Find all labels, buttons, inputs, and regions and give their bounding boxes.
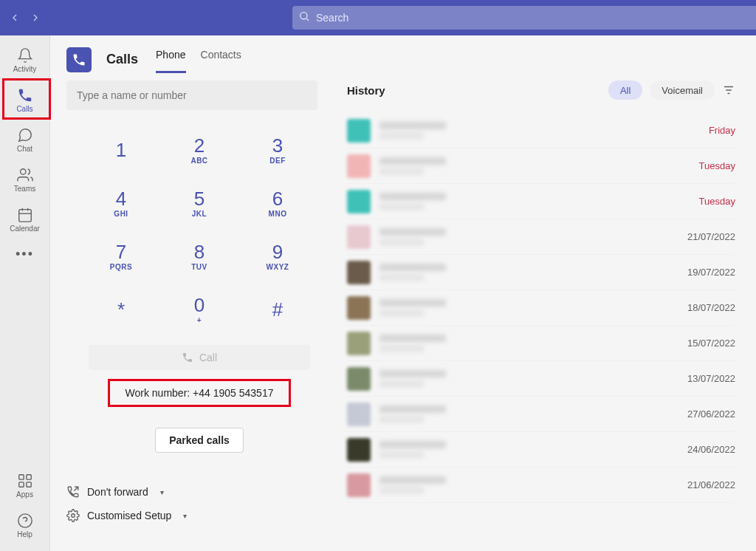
rail-teams[interactable]: Teams [0,160,50,199]
work-number: Work number: +44 1905 543517 [108,379,291,407]
history-item[interactable]: 15/07/2022 [347,326,735,361]
dialpad-digit: 8 [194,242,205,261]
dialpad-key-8[interactable]: 8TUV [160,230,238,283]
avatar [347,332,371,355]
svg-rect-7 [18,474,23,479]
dialpad-letters: ABC [190,157,207,165]
avatar [347,438,371,462]
history-item[interactable]: 21/06/2022 [347,468,735,503]
tab-phone[interactable]: Phone [156,46,185,73]
call-date: 15/07/2022 [687,338,735,349]
dialpad-key-#[interactable]: # [238,283,317,336]
forward-icon [66,485,80,499]
avatar [347,154,371,178]
history-item[interactable]: Tuesday [347,184,735,219]
avatar [347,473,371,497]
rail-label: Calendar [10,225,40,233]
dialpad-digit: 5 [194,189,205,208]
filter-all[interactable]: All [608,81,642,100]
more-icon: ••• [16,247,34,262]
history-item[interactable]: 13/07/2022 [347,361,735,397]
rail-calls[interactable]: Calls [0,80,50,120]
history-item[interactable]: 24/06/2022 [347,432,735,468]
dialpad-key-7[interactable]: 7PQRS [82,230,160,283]
gear-icon [66,509,80,522]
rail-more[interactable]: ••• [0,239,50,269]
svg-rect-8 [26,474,30,479]
call-date: 18/07/2022 [687,302,735,313]
forward-label: Don't forward [87,486,148,498]
filter-icon[interactable] [722,83,735,97]
call-button-label: Call [199,352,217,363]
rail-apps[interactable]: Apps [0,465,50,505]
dialpad-digit: 9 [272,242,283,261]
dialpad-key-9[interactable]: 9WXYZ [238,230,317,283]
svg-point-13 [72,514,75,518]
page-header: Calls Phone Contacts [50,35,756,73]
rail-chat[interactable]: Chat [0,120,50,160]
forward-setting[interactable]: Don't forward ▾ [66,485,332,499]
dialpad-letters: GHI [114,210,128,218]
call-list: Friday Tuesday Tuesday 21/07/2022 19/07/… [347,113,735,503]
call-info [379,193,699,210]
call-info [379,299,687,316]
dialpad-key-3[interactable]: 3DEF [238,123,317,177]
setup-setting[interactable]: Customised Setup ▾ [66,509,332,522]
dialpad-letters: TUV [191,263,207,271]
setup-label: Customised Setup [87,510,171,521]
history-item[interactable]: 18/07/2022 [347,290,735,326]
history-item[interactable]: Friday [347,113,735,148]
dialpad-key-6[interactable]: 6MNO [238,177,317,230]
rail-label: Teams [14,185,35,193]
call-date: Friday [709,125,735,136]
tab-contacts[interactable]: Contacts [201,46,241,73]
history-panel: History All Voicemail Friday Tuesday Tue… [347,81,740,550]
svg-rect-10 [18,482,23,486]
rail-label: Help [17,530,32,538]
avatar [347,296,371,320]
dialpad-key-0[interactable]: 0+ [160,283,238,336]
tab-bar: Phone Contacts [156,46,241,73]
call-date: 21/06/2022 [687,479,735,490]
parked-calls-button[interactable]: Parked calls [155,428,244,453]
forward-icon[interactable] [30,12,41,24]
filter-voicemail[interactable]: Voicemail [650,81,715,100]
history-item[interactable]: Tuesday [347,148,735,184]
call-info [379,157,699,174]
call-button[interactable]: Call [89,345,310,370]
dialpad: 12ABC3DEF4GHI5JKL6MNO7PQRS8TUV9WXYZ*0+# [66,123,332,336]
dialpad-key-4[interactable]: 4GHI [82,177,160,230]
dialer-panel: 12ABC3DEF4GHI5JKL6MNO7PQRS8TUV9WXYZ*0+# … [66,81,332,550]
dialpad-key-*[interactable]: * [82,283,160,336]
back-icon[interactable] [9,12,21,24]
rail-activity[interactable]: Activity [0,40,50,80]
rail-help[interactable]: Help [0,505,50,545]
page-title: Calls [106,52,138,67]
dialpad-key-2[interactable]: 2ABC [160,123,238,177]
call-info [379,441,687,458]
call-date: 24/06/2022 [687,444,735,455]
call-date: 19/07/2022 [687,267,735,278]
rail-label: Chat [17,145,32,153]
dialpad-digit: 1 [116,140,126,160]
dialpad-key-5[interactable]: 5JKL [160,177,238,230]
dialpad-key-1[interactable]: 1 [82,123,160,177]
dialpad-digit: 4 [116,189,126,208]
phone-icon [182,352,193,363]
history-item[interactable]: 21/07/2022 [347,219,735,255]
dialpad-digit: 0 [194,295,205,315]
history-item[interactable]: 19/07/2022 [347,255,735,290]
dialpad-digit: 7 [116,242,126,261]
call-info [379,476,687,493]
avatar [347,225,371,249]
dialpad-letters: MNO [269,210,287,218]
dial-input[interactable] [66,81,317,110]
history-item[interactable]: 27/06/2022 [347,397,735,432]
svg-point-11 [18,513,31,527]
title-bar [0,0,756,35]
avatar [347,367,371,391]
search-input[interactable] [292,6,756,30]
rail-calendar[interactable]: Calendar [0,199,50,239]
dialpad-letters: JKL [192,210,207,218]
main-area: Calls Phone Contacts 12ABC3DEF4GHI5JKL6M… [50,35,756,551]
